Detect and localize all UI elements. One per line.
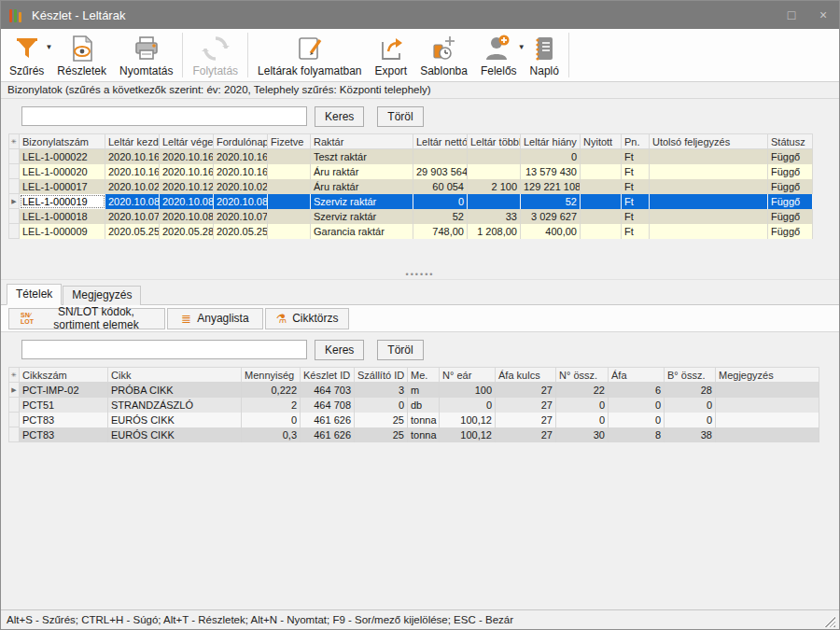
table-cell[interactable]: 3 029 627 xyxy=(521,209,581,224)
column-header[interactable]: Áfa xyxy=(609,368,665,383)
items-search-input[interactable] xyxy=(21,340,307,359)
table-cell[interactable]: 0 xyxy=(556,398,609,413)
table-cell[interactable]: EURÓS CIKK xyxy=(108,413,242,427)
column-header[interactable]: Szállító ID xyxy=(355,368,408,383)
table-cell[interactable]: 2 100 xyxy=(468,179,521,194)
documents-search-input[interactable] xyxy=(21,106,307,126)
table-cell[interactable]: 461 626 xyxy=(301,413,355,427)
table-cell[interactable]: 33 xyxy=(468,209,521,224)
column-header[interactable]: Bizonylatszám xyxy=(20,134,105,149)
table-cell[interactable]: 0 xyxy=(413,194,468,209)
table-cell[interactable]: 27 xyxy=(496,398,556,413)
items-torol-button[interactable]: Töröl xyxy=(377,340,423,360)
table-cell[interactable] xyxy=(268,224,311,239)
table-cell[interactable]: 52 xyxy=(521,194,581,209)
tab-tetelek[interactable]: Tételek xyxy=(7,284,62,305)
column-header[interactable]: N° össz. xyxy=(556,368,609,383)
table-cell[interactable]: 22 xyxy=(556,383,609,398)
table-cell[interactable]: 100,12 xyxy=(440,427,496,442)
documents-torol-button[interactable]: Töröl xyxy=(377,106,423,127)
table-row[interactable]: ▶PCT-IMP-02PRÓBA CIKK0,222464 7033m10027… xyxy=(9,383,819,398)
table-cell[interactable]: 27 xyxy=(496,413,556,427)
table-cell[interactable]: 2020.05.25 xyxy=(105,224,160,239)
table-cell[interactable] xyxy=(716,427,819,442)
table-cell[interactable] xyxy=(581,149,622,164)
table-cell[interactable]: 2020.10.16 xyxy=(160,164,214,179)
table-cell[interactable]: Függő xyxy=(768,149,813,164)
column-header[interactable]: Megjegyzés xyxy=(716,368,819,383)
table-cell[interactable]: 748,00 xyxy=(413,224,468,239)
table-cell[interactable]: 2 xyxy=(242,398,301,413)
table-row[interactable]: LEL-1-0000092020.05.252020.05.282020.05.… xyxy=(9,224,813,239)
table-cell[interactable]: Garancia raktár xyxy=(311,224,413,239)
toolbar-button-nyomtatas[interactable]: Nyomtatás xyxy=(113,30,179,80)
table-cell[interactable]: 25 xyxy=(355,427,408,442)
table-cell[interactable]: 30 xyxy=(556,427,609,442)
table-cell[interactable] xyxy=(650,209,768,224)
resize-grip-icon[interactable] xyxy=(823,615,835,627)
items-keres-button[interactable]: Keres xyxy=(315,340,364,360)
table-cell[interactable]: Szerviz raktár xyxy=(311,194,413,209)
table-cell[interactable] xyxy=(268,194,311,209)
table-row[interactable]: ▶LEL-1-0000192020.10.082020.10.082020.10… xyxy=(9,194,813,209)
table-cell[interactable] xyxy=(650,194,768,209)
table-cell[interactable]: Ft xyxy=(622,164,650,179)
table-cell[interactable]: 29 903 564 xyxy=(413,164,468,179)
table-cell[interactable] xyxy=(716,413,819,427)
table-cell[interactable]: 0 xyxy=(355,398,408,413)
table-cell[interactable]: tonna xyxy=(408,413,440,427)
table-cell[interactable] xyxy=(650,179,768,194)
table-cell[interactable]: PCT51 xyxy=(20,398,108,413)
table-cell[interactable]: 2020.10.16 xyxy=(105,149,160,164)
table-cell[interactable]: 100,12 xyxy=(440,413,496,427)
table-cell[interactable]: 2020.10.08 xyxy=(105,194,160,209)
toolbar-button-sablonba[interactable]: Sablonba xyxy=(413,30,474,80)
table-cell[interactable]: 27 xyxy=(496,383,556,398)
table-cell[interactable]: 0 xyxy=(556,413,609,427)
table-cell[interactable]: 28 xyxy=(665,383,716,398)
table-cell[interactable]: 461 626 xyxy=(301,427,355,442)
toolbar-button-szures[interactable]: ▼ Szűrés xyxy=(3,30,50,80)
table-cell[interactable]: 2020.10.08 xyxy=(214,194,268,209)
table-cell[interactable]: PCT83 xyxy=(20,413,108,427)
table-cell[interactable]: 25 xyxy=(355,413,408,427)
table-row[interactable]: PCT51STRANDZÁSZLÓ2464 7080db027000 xyxy=(9,398,819,413)
table-cell[interactable]: 0 xyxy=(609,398,665,413)
table-row[interactable]: LEL-1-0000202020.10.162020.10.162020.10.… xyxy=(9,164,813,179)
table-cell[interactable]: PCT-IMP-02 xyxy=(20,383,108,398)
table-cell[interactable]: LEL-1-000020 xyxy=(20,164,105,179)
column-header[interactable]: Nyitott xyxy=(581,134,622,149)
toolbar-button-export[interactable]: Export xyxy=(369,30,414,80)
table-cell[interactable]: Függő xyxy=(768,164,813,179)
table-cell[interactable]: 2020.10.16 xyxy=(160,149,214,164)
toolbar-button-naplo[interactable]: Napló xyxy=(524,30,566,80)
table-cell[interactable]: Függő xyxy=(768,179,813,194)
column-header[interactable]: Státusz xyxy=(768,134,813,149)
table-cell[interactable] xyxy=(268,149,311,164)
column-header[interactable]: Áfa kulcs xyxy=(496,368,556,383)
column-header[interactable]: Mennyiség xyxy=(242,368,301,383)
items-table[interactable]: ✳CikkszámCikkMennyiségKészlet IDSzállító… xyxy=(8,367,819,442)
table-cell[interactable] xyxy=(581,224,622,239)
table-cell[interactable]: 464 703 xyxy=(301,383,355,398)
column-header[interactable]: Fordulónap xyxy=(214,134,268,149)
maximize-button[interactable]: □ xyxy=(776,1,807,29)
table-cell[interactable]: 2020.10.16 xyxy=(214,149,268,164)
table-cell[interactable]: LEL-1-000017 xyxy=(20,179,105,194)
panel-splitter[interactable]: •••••• xyxy=(1,270,839,280)
table-row[interactable]: LEL-1-0000222020.10.162020.10.162020.10.… xyxy=(9,149,813,164)
table-cell[interactable]: 60 054 xyxy=(413,179,468,194)
table-cell[interactable]: 0,222 xyxy=(242,383,301,398)
table-cell[interactable]: Ft xyxy=(622,149,650,164)
column-header[interactable]: B° össz. xyxy=(665,368,716,383)
table-cell[interactable]: Ft xyxy=(622,209,650,224)
table-cell[interactable]: EURÓS CIKK xyxy=(108,427,242,442)
table-cell[interactable]: 2020.10.08 xyxy=(160,209,214,224)
table-cell[interactable]: db xyxy=(408,398,440,413)
table-cell[interactable]: Szerviz raktár xyxy=(311,209,413,224)
table-cell[interactable]: LEL-1-000009 xyxy=(20,224,105,239)
column-header[interactable]: Utolsó feljegyzés xyxy=(650,134,768,149)
table-cell[interactable]: LEL-1-000018 xyxy=(20,209,105,224)
table-cell[interactable]: LEL-1-000022 xyxy=(20,149,105,164)
toolbar-button-leltarak-folyamatban[interactable]: Leltárak folyamatban xyxy=(251,30,368,80)
